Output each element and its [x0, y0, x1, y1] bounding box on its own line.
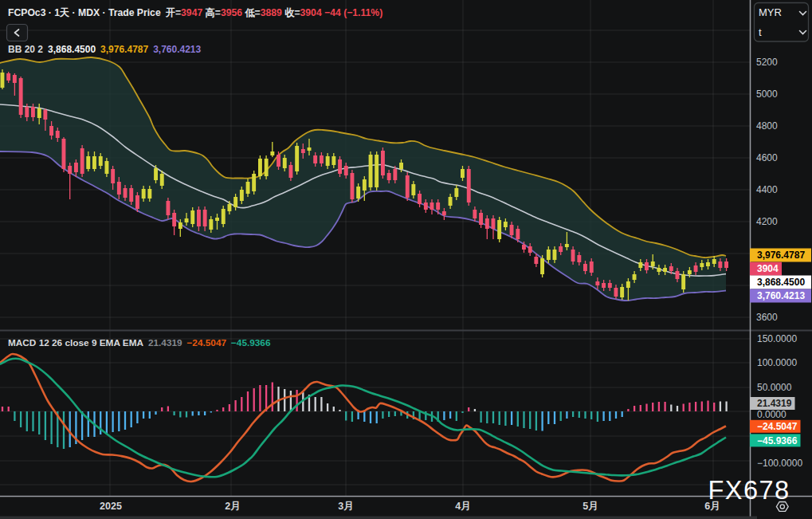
svg-text:BB 20 2 3,868.4500 3,976.4787: BB 20 2 3,868.4500 3,976.4787 3,760.4213 [8, 44, 202, 55]
svg-text:−24.5047: −24.5047 [757, 421, 798, 432]
svg-text:−100.0000: −100.0000 [757, 458, 802, 469]
svg-text:−45.9366: −45.9366 [757, 435, 798, 446]
svg-text:3600: 3600 [756, 312, 778, 323]
svg-text:4800: 4800 [756, 120, 778, 132]
svg-text:21.4319: 21.4319 [757, 398, 792, 409]
svg-text:FCPOc3 · 1天 · MDX · Trade Pric: FCPOc3 · 1天 · MDX · Trade Price 开=3947 高… [8, 7, 382, 18]
svg-text:4600: 4600 [756, 152, 778, 163]
svg-text:MYR: MYR [759, 6, 782, 18]
svg-text:2月: 2月 [225, 501, 240, 512]
svg-text:150.0000: 150.0000 [757, 333, 797, 344]
svg-text:4400: 4400 [756, 184, 778, 195]
svg-text:3,976.4787: 3,976.4787 [757, 250, 805, 261]
svg-text:MACD 12 26 close 9 EMA EMA 21.: MACD 12 26 close 9 EMA EMA 21.4319 −24.5… [8, 337, 271, 348]
svg-text:t: t [759, 26, 762, 38]
svg-text:4月: 4月 [455, 501, 470, 512]
svg-text:50.0000: 50.0000 [757, 382, 792, 393]
svg-text:100.0000: 100.0000 [757, 357, 797, 368]
svg-text:3904: 3904 [757, 263, 779, 274]
svg-text:4200: 4200 [756, 216, 778, 227]
svg-text:3月: 3月 [338, 501, 353, 512]
svg-text:5000: 5000 [756, 88, 778, 100]
svg-text:FX678: FX678 [708, 476, 790, 505]
svg-text:3,760.4213: 3,760.4213 [757, 290, 805, 301]
svg-text:5月: 5月 [583, 501, 598, 512]
svg-text:0.0000: 0.0000 [757, 409, 787, 420]
svg-text:3,868.4500: 3,868.4500 [757, 277, 805, 288]
svg-text:2025: 2025 [100, 501, 122, 512]
svg-text:5200: 5200 [756, 57, 778, 68]
